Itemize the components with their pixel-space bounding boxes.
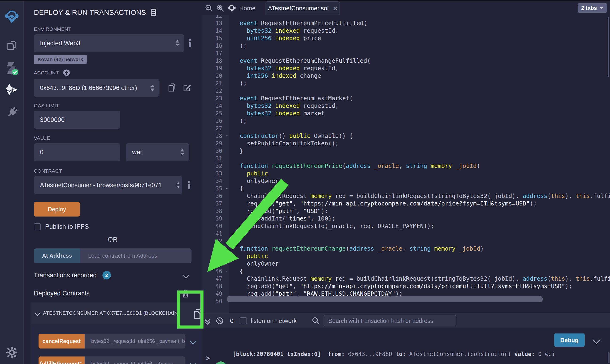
remix-logo[interactable]: [0, 9, 24, 24]
line-number[interactable]: 33: [202, 170, 229, 177]
expand-function-chevron-icon[interactable]: [190, 361, 196, 364]
collapse-terminal-icon[interactable]: [205, 318, 209, 323]
code-line[interactable]: 20 int256 indexed change: [202, 72, 610, 80]
transaction-log-entry[interactable]: [block:20780401 txIndex:0] from: 0x643..…: [215, 333, 555, 364]
code-line[interactable]: 18 event RequestEthereumChangeFulfilled(: [202, 57, 610, 65]
line-number[interactable]: 22: [202, 87, 229, 95]
code-line[interactable]: 38 req.add("path", "USD");: [202, 207, 610, 215]
line-number[interactable]: 13: [202, 19, 229, 27]
environment-info-icon[interactable]: [188, 39, 191, 47]
line-number[interactable]: 27: [202, 125, 229, 132]
zoom-out-icon[interactable]: [205, 4, 213, 12]
line-number[interactable]: 30: [202, 147, 229, 155]
chevron-down-icon[interactable]: [183, 272, 189, 278]
line-number[interactable]: 34: [202, 177, 229, 185]
deployed-contract-header[interactable]: ATESTNETCONSUMER AT 0X7E7...E80D1 (BLOCK…: [30, 302, 202, 324]
line-number[interactable]: 35▾: [202, 185, 229, 192]
expand-function-chevron-icon[interactable]: [190, 338, 196, 345]
code-editor[interactable]: 1213 event RequestEthereumPriceFulfilled…: [202, 15, 610, 313]
code-line[interactable]: 12: [202, 15, 610, 19]
line-number[interactable]: 48: [202, 283, 229, 290]
code-line[interactable]: 26 );: [202, 117, 610, 125]
cancel-request-button[interactable]: cancelRequest: [39, 334, 85, 349]
line-number[interactable]: 40: [202, 222, 229, 230]
code-line[interactable]: 39 req.addInt("times", 100);: [202, 215, 610, 222]
code-line[interactable]: 36 Chainlink.Request memory req = buildC…: [202, 192, 610, 200]
expand-log-chevron-icon[interactable]: [594, 338, 599, 344]
contract-select[interactable]: ATestnetConsumer - browser/gists/9b71e07…: [34, 176, 182, 194]
line-number[interactable]: 29: [202, 140, 229, 147]
gas-limit-input[interactable]: 3000000: [34, 111, 120, 129]
line-number[interactable]: 46▾: [202, 268, 229, 275]
add-account-icon[interactable]: [63, 69, 70, 77]
value-unit-select[interactable]: wei: [126, 143, 189, 161]
tabs-count-button[interactable]: 2 tabs: [578, 3, 607, 13]
code-line[interactable]: 27: [202, 125, 610, 132]
code-line[interactable]: 24 bytes32 indexed requestId,: [202, 102, 610, 110]
line-number[interactable]: 23: [202, 95, 229, 102]
at-address-button[interactable]: At Address: [34, 248, 80, 263]
sidebar-item-file-explorer[interactable]: [0, 40, 24, 52]
line-number[interactable]: 36: [202, 192, 229, 200]
edit-account-icon[interactable]: [183, 83, 191, 92]
account-select[interactable]: 0x643...9F88D (1.666673996 ether): [34, 79, 159, 97]
sidebar-item-plugin-manager[interactable]: [0, 106, 24, 118]
tab-active-file[interactable]: ATestnetConsumer.sol ×: [265, 1, 340, 15]
documentation-icon[interactable]: [150, 8, 157, 16]
line-number[interactable]: 37: [202, 200, 229, 207]
fold-chevron-icon[interactable]: ▾: [226, 132, 228, 140]
line-number[interactable]: 42: [202, 237, 229, 245]
line-number[interactable]: 38: [202, 207, 229, 215]
clear-console-ban-icon[interactable]: [215, 317, 224, 325]
line-number[interactable]: 20: [202, 72, 229, 80]
terminal-scrollbar[interactable]: [608, 352, 610, 363]
contract-info-icon[interactable]: [187, 181, 191, 189]
code-line[interactable]: 32 function requestEthereumPrice(address…: [202, 162, 610, 170]
line-number[interactable]: 43: [202, 245, 229, 252]
code-line[interactable]: 37 req.add("get", "https://min-api.crypt…: [202, 200, 610, 207]
line-number[interactable]: 12: [202, 15, 229, 19]
sidebar-item-settings[interactable]: [0, 347, 24, 358]
line-number[interactable]: 49: [202, 290, 229, 298]
sidebar-item-solidity-compiler[interactable]: [0, 61, 24, 76]
code-line[interactable]: 42: [202, 237, 610, 245]
line-number[interactable]: 18: [202, 57, 229, 65]
code-line[interactable]: 35▾ {: [202, 185, 610, 192]
fulfill-ethereum-change-params-input[interactable]: bytes32 _requestId, int256 _change: [85, 356, 185, 364]
terminal-search-input[interactable]: Search with transaction hash or address: [324, 315, 456, 326]
line-number[interactable]: 21: [202, 80, 229, 87]
listen-on-network-checkbox[interactable]: [240, 317, 247, 324]
line-number[interactable]: 15: [202, 35, 229, 42]
code-line[interactable]: 30 }: [202, 147, 610, 155]
line-number[interactable]: 14: [202, 27, 229, 35]
line-number[interactable]: 25: [202, 110, 229, 117]
deploy-button[interactable]: Deploy: [34, 202, 80, 217]
code-line[interactable]: 45 onlyOwner: [202, 260, 610, 268]
code-line[interactable]: 41 }: [202, 230, 610, 237]
line-number[interactable]: 32: [202, 162, 229, 170]
value-input[interactable]: 0: [34, 143, 120, 161]
code-line[interactable]: 47 Chainlink.Request memory req = buildC…: [202, 275, 610, 283]
sidebar-item-deploy-run[interactable]: [0, 84, 24, 96]
code-line[interactable]: 14 bytes32 indexed requestId,: [202, 27, 610, 35]
code-line[interactable]: 33 public: [202, 170, 610, 177]
code-line[interactable]: 13 event RequestEthereumPriceFulfilled(: [202, 19, 610, 27]
line-number[interactable]: 16: [202, 42, 229, 50]
code-line[interactable]: 43 function requestEthereumChange(addres…: [202, 245, 610, 252]
code-line[interactable]: 21 );: [202, 80, 610, 87]
code-line[interactable]: 25 bytes32 indexed market: [202, 110, 610, 117]
line-number[interactable]: 44: [202, 252, 229, 260]
code-line[interactable]: 48 req.add("get", "https://min-api.crypt…: [202, 283, 610, 290]
line-number[interactable]: 47: [202, 275, 229, 283]
fold-chevron-icon[interactable]: ▾: [226, 268, 228, 275]
transactions-recorded-row[interactable]: Transactions recorded 2: [34, 271, 191, 279]
cancel-request-params-input[interactable]: bytes32 _requestId, uint256 _payment, b: [85, 334, 185, 349]
vertical-scrollbar[interactable]: [608, 17, 609, 77]
line-number[interactable]: 50: [202, 298, 229, 305]
zoom-in-icon[interactable]: [216, 4, 224, 12]
copy-account-icon[interactable]: [168, 83, 176, 92]
code-line[interactable]: 15 uint256 indexed price: [202, 35, 610, 42]
code-line[interactable]: 31: [202, 155, 610, 162]
code-line[interactable]: 28▾ constructor() public Ownable() {: [202, 132, 610, 140]
line-number[interactable]: 19: [202, 65, 229, 72]
